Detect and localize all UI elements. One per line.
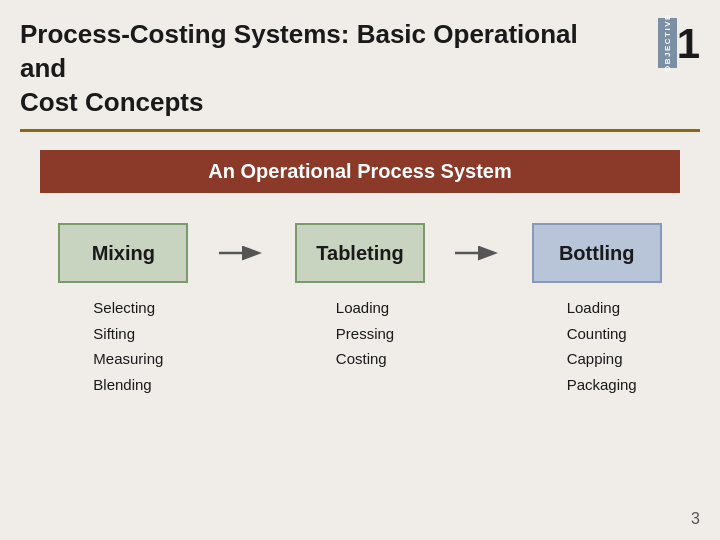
- arrow-2: [453, 223, 503, 268]
- right-arrow-icon: [453, 238, 503, 268]
- step-mixing: Mixing Selecting Sifting Measuring Blend…: [30, 223, 217, 397]
- mixing-box: Mixing: [58, 223, 188, 283]
- list-item: Pressing: [336, 321, 394, 347]
- step-bottling: Bottling Loading Counting Capping Packag…: [503, 223, 690, 397]
- bottling-box: Bottling: [532, 223, 662, 283]
- tableting-label: Tableting: [316, 242, 403, 265]
- section-banner: An Operational Process System: [40, 150, 680, 193]
- list-item: Packaging: [567, 372, 637, 398]
- mixing-list: Selecting Sifting Measuring Blending: [83, 295, 163, 397]
- tableting-box: Tableting: [295, 223, 425, 283]
- slide: Process-Costing Systems: Basic Operation…: [0, 0, 720, 540]
- mixing-label: Mixing: [92, 242, 155, 265]
- process-flow: Mixing Selecting Sifting Measuring Blend…: [0, 223, 720, 397]
- objective-number: 1: [677, 23, 700, 65]
- title-line2: Cost Concepts: [20, 87, 203, 117]
- list-item: Sifting: [93, 321, 163, 347]
- objective-badge: OBJECTIVE 1: [658, 18, 700, 68]
- list-item: Selecting: [93, 295, 163, 321]
- title-line1: Process-Costing Systems: Basic Operation…: [20, 19, 578, 83]
- slide-title: Process-Costing Systems: Basic Operation…: [20, 18, 600, 119]
- list-item: Costing: [336, 346, 394, 372]
- tableting-list: Loading Pressing Costing: [326, 295, 394, 372]
- right-arrow-icon: [217, 238, 267, 268]
- header: Process-Costing Systems: Basic Operation…: [0, 0, 720, 129]
- bottling-list: Loading Counting Capping Packaging: [557, 295, 637, 397]
- list-item: Counting: [567, 321, 637, 347]
- list-item: Blending: [93, 372, 163, 398]
- list-item: Loading: [336, 295, 394, 321]
- page-number: 3: [691, 510, 700, 528]
- objective-label: OBJECTIVE: [658, 18, 677, 68]
- list-item: Capping: [567, 346, 637, 372]
- arrow-1: [217, 223, 267, 268]
- list-item: Measuring: [93, 346, 163, 372]
- list-item: Loading: [567, 295, 637, 321]
- header-divider: [20, 129, 700, 132]
- bottling-label: Bottling: [559, 242, 635, 265]
- step-tableting: Tableting Loading Pressing Costing: [267, 223, 454, 372]
